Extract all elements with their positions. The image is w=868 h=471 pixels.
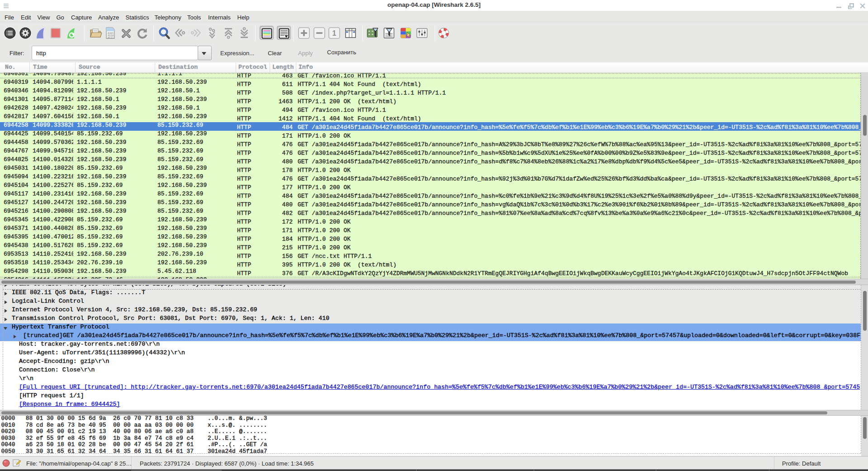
svg-text:1: 1 (332, 29, 337, 37)
svg-text:0111: 0111 (108, 36, 114, 39)
